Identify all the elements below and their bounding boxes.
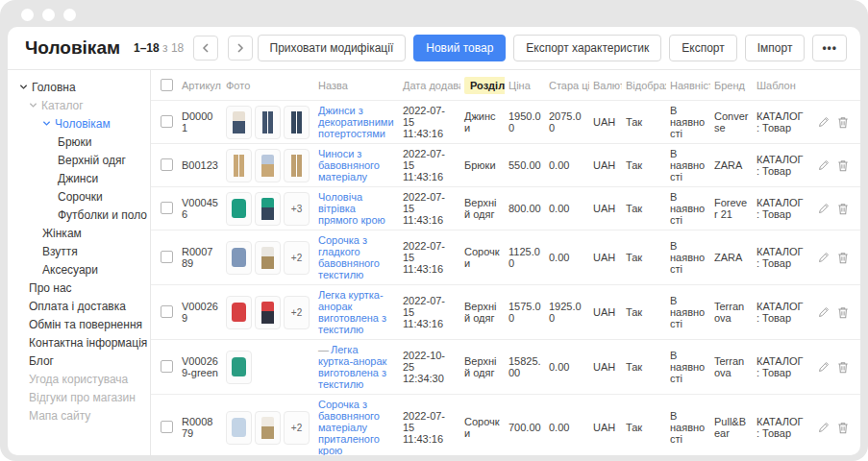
- sidebar-item-verhniy-odyag[interactable]: Верхній одяг: [8, 151, 150, 169]
- sidebar-item-vidguky-pro-magazyn[interactable]: Відгуки про магазин: [8, 388, 150, 406]
- row-checkbox[interactable]: [161, 421, 173, 433]
- sidebar-item-ugoda-korystuvacha[interactable]: Угода користувача: [8, 370, 150, 388]
- edit-button[interactable]: [818, 306, 830, 318]
- delete-button[interactable]: [837, 422, 849, 434]
- product-name-link[interactable]: Сорочка з гладкого бавовняного текстилю: [318, 234, 380, 280]
- sidebar-item-label: Чоловікам: [55, 117, 111, 131]
- more-actions-button[interactable]: •••: [812, 35, 847, 61]
- sidebar-item-oplata-i-dostavka[interactable]: Оплата і доставка: [8, 297, 150, 315]
- product-name-link[interactable]: Джинси з декоративними потертостями: [318, 105, 394, 139]
- prev-page-button[interactable]: [193, 36, 218, 61]
- column-header-availability[interactable]: Наявність: [666, 70, 710, 101]
- product-photo[interactable]: [226, 351, 252, 384]
- column-header-photo[interactable]: Фото: [222, 70, 314, 101]
- edit-button[interactable]: [818, 422, 830, 433]
- edit-button[interactable]: [818, 203, 830, 214]
- product-sku: R000789: [178, 230, 222, 285]
- sidebar-item-zhinkam[interactable]: Жінкам: [8, 224, 150, 242]
- product-photo[interactable]: [255, 411, 281, 445]
- product-date-added: 2022-10-2512:34:30: [399, 340, 460, 395]
- sidebar-item-aksesuary[interactable]: Аксесуари: [8, 260, 150, 279]
- sidebar-item-katalog[interactable]: Каталог: [8, 96, 150, 114]
- window-dot-1[interactable]: [21, 9, 34, 21]
- product-photo[interactable]: [284, 106, 310, 139]
- product-photo[interactable]: [226, 411, 252, 445]
- delete-button[interactable]: [837, 361, 849, 374]
- column-header-price[interactable]: Ціна: [505, 70, 545, 101]
- row-checkbox[interactable]: [161, 360, 173, 373]
- chevron-down-icon: [19, 83, 28, 91]
- sidebar-item-pro-nas[interactable]: Про нас: [8, 279, 150, 297]
- more-photos-badge[interactable]: +2: [284, 411, 310, 445]
- sorted-column-highlight[interactable]: Розділ: [464, 77, 505, 94]
- new-product-button[interactable]: Новий товар: [413, 35, 506, 61]
- next-page-button[interactable]: [228, 36, 253, 61]
- column-header-old-price[interactable]: Стара ціна: [545, 70, 589, 101]
- sidebar-item-golovna[interactable]: Головна: [8, 78, 150, 96]
- import-button[interactable]: Імпорт: [745, 35, 806, 61]
- select-all-checkbox[interactable]: [161, 79, 173, 91]
- column-header-sku[interactable]: Артикул: [178, 70, 222, 101]
- sidebar-item-obmin-ta-povernennya[interactable]: Обмін та повернення: [8, 315, 150, 333]
- product-name-link[interactable]: Чоловіча вітрівка прямого крою: [318, 191, 385, 226]
- product-photo[interactable]: [255, 192, 281, 226]
- delete-button[interactable]: [837, 159, 849, 172]
- product-photo[interactable]: [226, 241, 252, 275]
- column-header-template[interactable]: Шаблон: [753, 70, 808, 101]
- delete-button[interactable]: [837, 252, 849, 264]
- column-header-actions[interactable]: [808, 70, 860, 101]
- sidebar-item-bryuky[interactable]: Брюки: [8, 133, 150, 151]
- delete-button[interactable]: [837, 306, 849, 319]
- edit-button[interactable]: [818, 116, 830, 128]
- sidebar-item-blog[interactable]: Блог: [8, 352, 150, 370]
- sidebar-item-mapa-saytu[interactable]: Мапа сайту: [8, 406, 150, 425]
- product-photo[interactable]: [255, 296, 281, 329]
- row-checkbox[interactable]: [161, 158, 173, 171]
- product-photo[interactable]: [226, 106, 252, 139]
- product-photo[interactable]: [284, 149, 310, 182]
- product-photo[interactable]: [226, 192, 252, 226]
- column-header-name[interactable]: Назва: [314, 70, 399, 101]
- product-photos: +3: [226, 192, 310, 226]
- product-name-link[interactable]: Легка куртка-анорак виготовлена з тексти…: [318, 289, 386, 335]
- column-header-display[interactable]: Відображати: [622, 70, 666, 101]
- column-header-date[interactable]: Дата додавання: [399, 70, 460, 101]
- more-photos-badge[interactable]: +2: [284, 241, 310, 275]
- delete-button[interactable]: [837, 116, 849, 129]
- sidebar-item-vzuttya[interactable]: Взуття: [8, 242, 150, 260]
- product-photos: [226, 149, 310, 182]
- edit-button[interactable]: [818, 252, 830, 263]
- row-checkbox[interactable]: [161, 202, 173, 214]
- more-photos-badge[interactable]: +3: [284, 192, 310, 226]
- row-checkbox[interactable]: [161, 251, 173, 263]
- product-name-link[interactable]: Чиноси з бавовняного матеріалу: [318, 148, 380, 182]
- product-photo[interactable]: [226, 296, 252, 329]
- product-old-price: 0.00: [545, 230, 589, 285]
- product-photo[interactable]: [255, 241, 281, 275]
- window-dot-3[interactable]: [63, 9, 76, 21]
- delete-button[interactable]: [837, 203, 849, 215]
- sidebar-item-futbolky-i-polo[interactable]: Футболки и поло: [8, 206, 150, 224]
- export-button[interactable]: Експорт: [669, 35, 736, 61]
- edit-button[interactable]: [818, 361, 830, 373]
- more-photos-badge[interactable]: +2: [284, 296, 310, 329]
- export-characteristics-button[interactable]: Експорт характеристик: [513, 35, 661, 61]
- product-name-link[interactable]: Сорочка з бавовняного матеріалу притален…: [318, 399, 380, 455]
- sidebar-item-label: Оплата і доставка: [29, 300, 126, 313]
- sidebar-item-sorochky[interactable]: Сорочки: [8, 187, 150, 206]
- row-checkbox[interactable]: [161, 305, 173, 318]
- column-header-brand[interactable]: Бренд: [710, 70, 753, 101]
- sidebar-item-kontaktna-informatsiya[interactable]: Контактна інформація: [8, 333, 150, 352]
- hide-modifications-button[interactable]: Приховати модифікації: [258, 35, 407, 61]
- product-photo[interactable]: [255, 106, 281, 139]
- product-photo[interactable]: [255, 149, 281, 182]
- sidebar-item-dzhynsy[interactable]: Джинси: [8, 169, 150, 187]
- row-checkbox[interactable]: [161, 115, 173, 128]
- window-dot-2[interactable]: [42, 9, 55, 21]
- product-photo[interactable]: [226, 149, 252, 182]
- sidebar-item-cholovikam[interactable]: Чоловікам: [8, 114, 150, 133]
- edit-button[interactable]: [818, 159, 830, 171]
- sidebar-item-label: Каталог: [41, 99, 84, 112]
- column-header-section[interactable]: Розділ: [460, 70, 505, 101]
- column-header-currency[interactable]: Валюта: [589, 70, 622, 101]
